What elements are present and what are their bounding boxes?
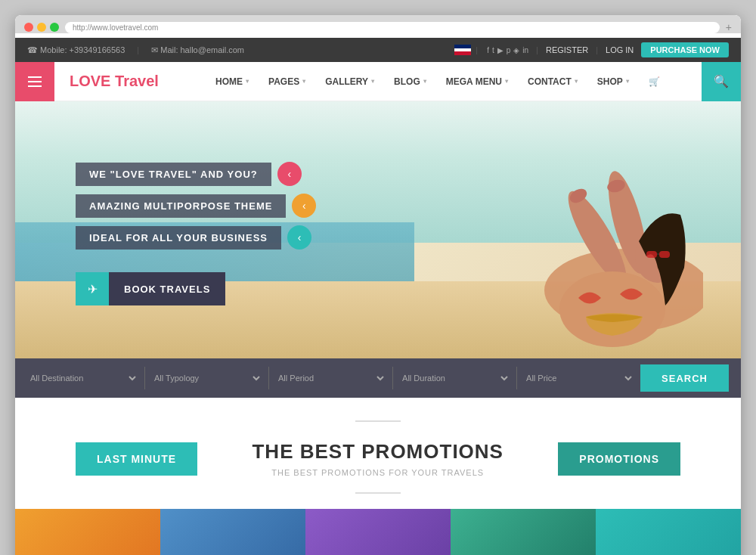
price-dropdown[interactable]: All Price bbox=[523, 373, 634, 383]
destination-dropdown[interactable]: All Destination bbox=[27, 373, 138, 383]
nav-home[interactable]: HOME ▾ bbox=[206, 62, 258, 101]
nav-pages-arrow: ▾ bbox=[302, 78, 305, 85]
main-nav: LOVE Travel HOME ▾ PAGES ▾ GALLERY ▾ bbox=[15, 62, 741, 101]
facebook-icon[interactable]: f bbox=[487, 46, 489, 54]
typology-dropdown[interactable]: All Typology bbox=[151, 373, 262, 383]
login-link[interactable]: LOG IN bbox=[606, 45, 634, 54]
nav-blog[interactable]: BLOG ▾ bbox=[385, 62, 435, 101]
linkedin-icon[interactable]: in bbox=[522, 46, 528, 54]
divider1: | bbox=[137, 45, 139, 54]
book-travels-button[interactable]: ✈ BOOK TRAVELS bbox=[76, 272, 316, 305]
nav-gallery[interactable]: GALLERY ▾ bbox=[316, 62, 383, 101]
hero-person bbox=[446, 116, 703, 358]
search-divider-3 bbox=[392, 367, 393, 389]
search-button[interactable]: SEARCH bbox=[640, 364, 729, 392]
svg-rect-7 bbox=[646, 251, 657, 258]
nav-mega-menu-arrow: ▾ bbox=[505, 78, 508, 85]
phone-info: ☎ Mobile: +39349166563 bbox=[27, 45, 125, 55]
hero-tag-2-text: AMAZING MULTIPORPOSE THEME bbox=[76, 194, 286, 218]
top-divider2: | bbox=[536, 45, 538, 54]
hero-arrow-3[interactable]: ‹ bbox=[287, 225, 311, 250]
logo-travel: Travel bbox=[115, 73, 159, 89]
promo-center: THE BEST PROMOTIONS THE BEST PROMOTIONS … bbox=[252, 440, 503, 477]
search-toggle-button[interactable]: 🔍 bbox=[702, 62, 741, 101]
last-minute-button[interactable]: LAST MINUTE bbox=[76, 442, 197, 476]
promo-subtitle: THE BEST PROMOTIONS FOR YOUR TRAVELS bbox=[252, 468, 503, 477]
top-bar-left: ☎ Mobile: +39349166563 | ✉ Mail: hallo@e… bbox=[27, 45, 244, 55]
search-divider-4 bbox=[516, 367, 517, 389]
hero-tag-1: WE "LOVE TRAVEL" AND YOU? ‹ bbox=[76, 162, 316, 186]
pinterest-icon[interactable]: p bbox=[507, 46, 511, 54]
hero-tag-1-text: WE "LOVE TRAVEL" AND YOU? bbox=[76, 163, 271, 186]
promotions-section: LAST MINUTE THE BEST PROMOTIONS THE BEST… bbox=[15, 398, 741, 509]
card-1[interactable] bbox=[15, 509, 160, 555]
nav-contact[interactable]: CONTACT ▾ bbox=[519, 62, 587, 101]
top-bar: ☎ Mobile: +39349166563 | ✉ Mail: hallo@e… bbox=[15, 38, 741, 62]
nav-items: HOME ▾ PAGES ▾ GALLERY ▾ BLOG ▾ bbox=[174, 62, 702, 101]
nav-pages[interactable]: PAGES ▾ bbox=[259, 62, 314, 101]
book-travels-icon: ✈ bbox=[76, 272, 109, 305]
logo-love: LOVE bbox=[70, 73, 110, 89]
nav-mega-menu[interactable]: MEGA MENU ▾ bbox=[437, 62, 517, 101]
top-bar-right: | f t ▶ p ◈ in | REGISTER | LOG IN PURCH… bbox=[454, 42, 729, 57]
hero-section: WE "LOVE TRAVEL" AND YOU? ‹ AMAZING MULT… bbox=[15, 101, 741, 358]
dot-green bbox=[50, 23, 59, 32]
hamburger-button[interactable] bbox=[15, 62, 54, 101]
nav-shop[interactable]: SHOP ▾ bbox=[588, 62, 638, 101]
promo-content: LAST MINUTE THE BEST PROMOTIONS THE BEST… bbox=[15, 440, 741, 477]
nav-gallery-arrow: ▾ bbox=[371, 78, 374, 85]
hero-tag-3-text: IDEAL FOR ALL YOUR BUSINESS bbox=[76, 226, 281, 250]
promotions-button[interactable]: PROMOTIONS bbox=[558, 442, 680, 476]
dot-red bbox=[24, 23, 33, 32]
hero-tag-3: IDEAL FOR ALL YOUR BUSINESS ‹ bbox=[76, 225, 316, 250]
logo[interactable]: LOVE Travel bbox=[54, 73, 174, 90]
period-dropdown[interactable]: All Period bbox=[275, 373, 386, 383]
social-icons[interactable]: f t ▶ p ◈ in bbox=[487, 46, 528, 54]
hero-arrow-2[interactable]: ‹ bbox=[292, 194, 316, 218]
card-5[interactable] bbox=[596, 509, 741, 555]
airplane-icon: ✈ bbox=[88, 282, 98, 296]
nav-contact-arrow: ▾ bbox=[575, 78, 578, 85]
uk-flag bbox=[454, 45, 471, 55]
card-4[interactable] bbox=[451, 509, 596, 555]
register-link[interactable]: REGISTER bbox=[546, 45, 588, 54]
hero-text-area: WE "LOVE TRAVEL" AND YOU? ‹ AMAZING MULT… bbox=[76, 162, 316, 305]
flags: | bbox=[454, 45, 479, 55]
address-bar[interactable]: http://www.lovetravel.com bbox=[65, 22, 720, 33]
card-3[interactable] bbox=[305, 509, 451, 555]
search-divider-2 bbox=[268, 367, 269, 389]
hero-arrow-1[interactable]: ‹ bbox=[277, 162, 302, 186]
email-info: ✉ Mail: hallo@email.com bbox=[151, 45, 244, 55]
cards-row bbox=[15, 509, 741, 555]
svg-rect-8 bbox=[659, 251, 670, 258]
purchase-button[interactable]: PURCHASE NOW bbox=[641, 42, 729, 57]
twitter-icon[interactable]: t bbox=[492, 46, 494, 54]
cart-icon: 🛒 bbox=[649, 76, 660, 87]
book-travels-label: BOOK TRAVELS bbox=[109, 272, 225, 305]
hero-tag-2: AMAZING MULTIPORPOSE THEME ‹ bbox=[76, 194, 316, 218]
top-divider3: | bbox=[596, 45, 598, 54]
instagram-icon[interactable]: ◈ bbox=[513, 46, 519, 54]
search-icon: 🔍 bbox=[714, 74, 729, 88]
card-2[interactable] bbox=[160, 509, 305, 555]
nav-cart[interactable]: 🛒 bbox=[640, 62, 669, 101]
search-bar: All Destination All Typology All Period … bbox=[15, 358, 741, 398]
dot-yellow bbox=[37, 23, 46, 32]
promo-divider-bottom bbox=[355, 492, 401, 494]
nav-home-arrow: ▾ bbox=[246, 78, 249, 85]
hamburger-icon bbox=[28, 76, 42, 87]
flag-divider: | bbox=[476, 45, 478, 54]
nav-shop-arrow: ▾ bbox=[626, 78, 629, 85]
promo-title: THE BEST PROMOTIONS bbox=[252, 440, 503, 464]
duration-dropdown[interactable]: All Duration bbox=[399, 373, 510, 383]
nav-blog-arrow: ▾ bbox=[423, 78, 426, 85]
search-divider-1 bbox=[144, 367, 145, 389]
promo-divider-top bbox=[355, 420, 401, 422]
browser-add-tab[interactable]: + bbox=[726, 21, 732, 33]
youtube-icon[interactable]: ▶ bbox=[497, 46, 503, 54]
